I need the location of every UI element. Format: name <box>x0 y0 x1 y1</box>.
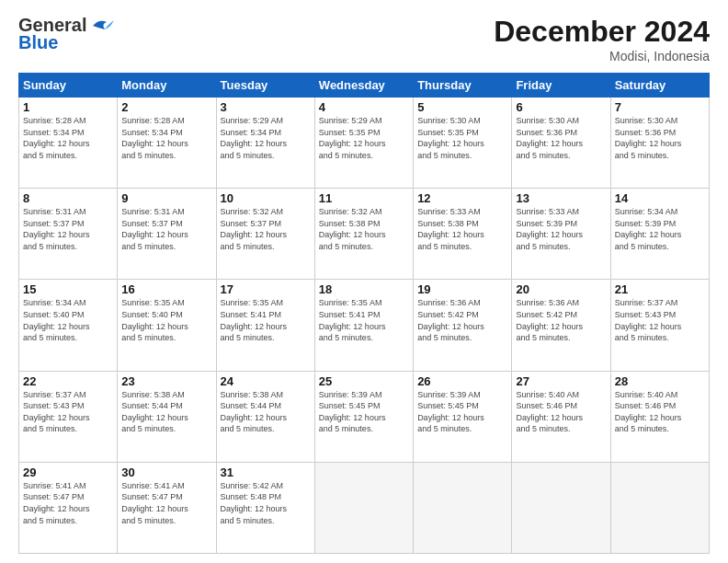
day-info: Sunrise: 5:41 AM Sunset: 5:47 PM Dayligh… <box>23 480 113 526</box>
day-number: 23 <box>121 374 211 388</box>
calendar-cell: 19Sunrise: 5:36 AM Sunset: 5:42 PM Dayli… <box>414 280 512 371</box>
day-number: 7 <box>615 100 705 114</box>
calendar-cell: 24Sunrise: 5:38 AM Sunset: 5:44 PM Dayli… <box>216 371 314 462</box>
day-number: 21 <box>615 282 705 296</box>
day-info: Sunrise: 5:35 AM Sunset: 5:41 PM Dayligh… <box>221 297 311 343</box>
day-number: 12 <box>417 191 507 205</box>
day-info: Sunrise: 5:30 AM Sunset: 5:35 PM Dayligh… <box>417 115 507 161</box>
col-header-sunday: Sunday <box>19 74 118 98</box>
calendar-cell <box>610 462 709 553</box>
page: General Blue December 2024 Modisi, Indon… <box>0 0 728 563</box>
day-info: Sunrise: 5:37 AM Sunset: 5:43 PM Dayligh… <box>615 297 705 343</box>
calendar-cell: 4Sunrise: 5:29 AM Sunset: 5:35 PM Daylig… <box>314 98 413 189</box>
calendar-header-row: SundayMondayTuesdayWednesdayThursdayFrid… <box>19 74 710 98</box>
day-number: 28 <box>615 374 705 388</box>
day-number: 25 <box>319 374 409 388</box>
day-info: Sunrise: 5:32 AM Sunset: 5:38 PM Dayligh… <box>319 206 409 252</box>
calendar-cell: 21Sunrise: 5:37 AM Sunset: 5:43 PM Dayli… <box>610 280 709 371</box>
calendar-cell: 27Sunrise: 5:40 AM Sunset: 5:46 PM Dayli… <box>512 371 610 462</box>
day-number: 8 <box>23 191 113 205</box>
day-number: 9 <box>121 191 211 205</box>
day-info: Sunrise: 5:30 AM Sunset: 5:36 PM Dayligh… <box>615 115 705 161</box>
calendar-week-row: 1Sunrise: 5:28 AM Sunset: 5:34 PM Daylig… <box>19 98 710 189</box>
col-header-saturday: Saturday <box>610 74 709 98</box>
calendar-cell: 17Sunrise: 5:35 AM Sunset: 5:41 PM Dayli… <box>216 280 314 371</box>
calendar-cell <box>414 462 512 553</box>
col-header-tuesday: Tuesday <box>216 74 314 98</box>
day-info: Sunrise: 5:40 AM Sunset: 5:46 PM Dayligh… <box>615 389 705 435</box>
col-header-monday: Monday <box>118 74 216 98</box>
subtitle: Modisi, Indonesia <box>494 49 710 63</box>
col-header-wednesday: Wednesday <box>314 74 413 98</box>
day-number: 2 <box>121 100 211 114</box>
day-number: 20 <box>516 282 606 296</box>
day-info: Sunrise: 5:40 AM Sunset: 5:46 PM Dayligh… <box>516 389 606 435</box>
day-info: Sunrise: 5:32 AM Sunset: 5:37 PM Dayligh… <box>221 206 311 252</box>
title-block: December 2024 Modisi, Indonesia <box>494 15 710 63</box>
day-number: 17 <box>221 282 311 296</box>
calendar-week-row: 8Sunrise: 5:31 AM Sunset: 5:37 PM Daylig… <box>19 189 710 280</box>
calendar-cell <box>512 462 610 553</box>
day-number: 26 <box>417 374 507 388</box>
day-info: Sunrise: 5:33 AM Sunset: 5:39 PM Dayligh… <box>516 206 606 252</box>
day-number: 24 <box>221 374 311 388</box>
calendar-cell: 18Sunrise: 5:35 AM Sunset: 5:41 PM Dayli… <box>314 280 413 371</box>
day-info: Sunrise: 5:38 AM Sunset: 5:44 PM Dayligh… <box>121 389 211 435</box>
day-number: 13 <box>516 191 606 205</box>
day-number: 16 <box>121 282 211 296</box>
header: General Blue December 2024 Modisi, Indon… <box>18 15 710 63</box>
calendar-cell: 6Sunrise: 5:30 AM Sunset: 5:36 PM Daylig… <box>512 98 610 189</box>
calendar-cell: 22Sunrise: 5:37 AM Sunset: 5:43 PM Dayli… <box>19 371 118 462</box>
day-info: Sunrise: 5:39 AM Sunset: 5:45 PM Dayligh… <box>319 389 409 435</box>
calendar-cell: 8Sunrise: 5:31 AM Sunset: 5:37 PM Daylig… <box>19 189 118 280</box>
day-info: Sunrise: 5:34 AM Sunset: 5:40 PM Dayligh… <box>23 297 113 343</box>
calendar-cell: 26Sunrise: 5:39 AM Sunset: 5:45 PM Dayli… <box>414 371 512 462</box>
day-info: Sunrise: 5:31 AM Sunset: 5:37 PM Dayligh… <box>23 206 113 252</box>
main-title: December 2024 <box>494 15 710 49</box>
day-number: 22 <box>23 374 113 388</box>
day-number: 5 <box>417 100 507 114</box>
day-number: 18 <box>319 282 409 296</box>
calendar-cell: 9Sunrise: 5:31 AM Sunset: 5:37 PM Daylig… <box>118 189 216 280</box>
logo-blue: Blue <box>18 32 58 53</box>
calendar-cell: 29Sunrise: 5:41 AM Sunset: 5:47 PM Dayli… <box>19 462 118 553</box>
day-number: 10 <box>221 191 311 205</box>
day-info: Sunrise: 5:36 AM Sunset: 5:42 PM Dayligh… <box>417 297 507 343</box>
calendar-cell: 16Sunrise: 5:35 AM Sunset: 5:40 PM Dayli… <box>118 280 216 371</box>
day-number: 6 <box>516 100 606 114</box>
calendar-cell: 31Sunrise: 5:42 AM Sunset: 5:48 PM Dayli… <box>216 462 314 553</box>
day-number: 4 <box>319 100 409 114</box>
col-header-friday: Friday <box>512 74 610 98</box>
calendar-week-row: 15Sunrise: 5:34 AM Sunset: 5:40 PM Dayli… <box>19 280 710 371</box>
calendar-cell: 1Sunrise: 5:28 AM Sunset: 5:34 PM Daylig… <box>19 98 118 189</box>
day-info: Sunrise: 5:34 AM Sunset: 5:39 PM Dayligh… <box>615 206 705 252</box>
day-info: Sunrise: 5:28 AM Sunset: 5:34 PM Dayligh… <box>121 115 211 161</box>
calendar-cell: 3Sunrise: 5:29 AM Sunset: 5:34 PM Daylig… <box>216 98 314 189</box>
calendar-cell: 25Sunrise: 5:39 AM Sunset: 5:45 PM Dayli… <box>314 371 413 462</box>
day-info: Sunrise: 5:36 AM Sunset: 5:42 PM Dayligh… <box>516 297 606 343</box>
calendar-week-row: 29Sunrise: 5:41 AM Sunset: 5:47 PM Dayli… <box>19 462 710 553</box>
day-number: 19 <box>417 282 507 296</box>
day-info: Sunrise: 5:29 AM Sunset: 5:34 PM Dayligh… <box>221 115 311 161</box>
day-info: Sunrise: 5:35 AM Sunset: 5:40 PM Dayligh… <box>121 297 211 343</box>
calendar-cell: 15Sunrise: 5:34 AM Sunset: 5:40 PM Dayli… <box>19 280 118 371</box>
day-number: 30 <box>121 465 211 479</box>
day-number: 1 <box>23 100 113 114</box>
day-number: 11 <box>319 191 409 205</box>
calendar-cell: 30Sunrise: 5:41 AM Sunset: 5:47 PM Dayli… <box>118 462 216 553</box>
day-number: 29 <box>23 465 113 479</box>
day-info: Sunrise: 5:31 AM Sunset: 5:37 PM Dayligh… <box>121 206 211 252</box>
day-info: Sunrise: 5:42 AM Sunset: 5:48 PM Dayligh… <box>221 480 311 526</box>
logo: General Blue <box>18 15 116 53</box>
calendar-cell: 12Sunrise: 5:33 AM Sunset: 5:38 PM Dayli… <box>414 189 512 280</box>
calendar-cell: 13Sunrise: 5:33 AM Sunset: 5:39 PM Dayli… <box>512 189 610 280</box>
calendar-cell: 11Sunrise: 5:32 AM Sunset: 5:38 PM Dayli… <box>314 189 413 280</box>
day-info: Sunrise: 5:41 AM Sunset: 5:47 PM Dayligh… <box>121 480 211 526</box>
calendar-week-row: 22Sunrise: 5:37 AM Sunset: 5:43 PM Dayli… <box>19 371 710 462</box>
calendar-cell: 10Sunrise: 5:32 AM Sunset: 5:37 PM Dayli… <box>216 189 314 280</box>
logo-bird-icon <box>88 17 116 35</box>
calendar-cell: 14Sunrise: 5:34 AM Sunset: 5:39 PM Dayli… <box>610 189 709 280</box>
day-number: 31 <box>221 465 311 479</box>
day-number: 3 <box>221 100 311 114</box>
calendar-cell: 23Sunrise: 5:38 AM Sunset: 5:44 PM Dayli… <box>118 371 216 462</box>
